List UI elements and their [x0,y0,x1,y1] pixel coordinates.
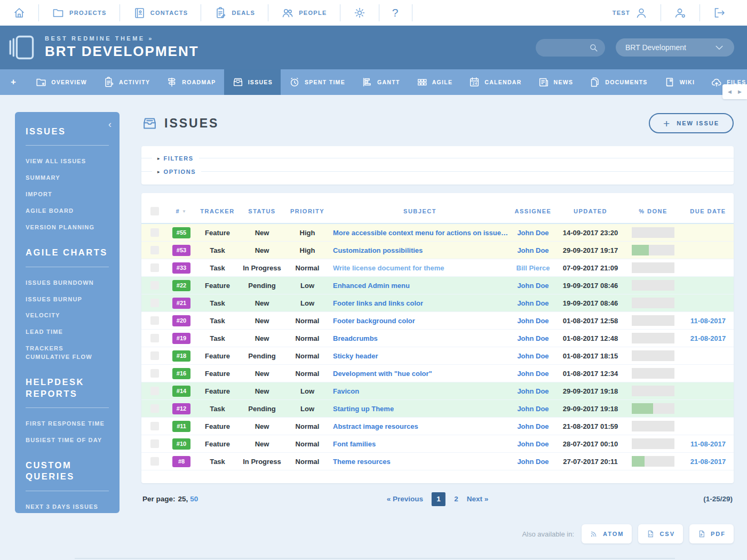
nav-tab-roadmap[interactable]: ROADMAP [158,69,224,95]
help-button[interactable]: ? [379,0,412,26]
column-header-id[interactable]: #▼ [168,208,195,214]
filters-toggle[interactable]: ▸FILTERS [141,152,734,164]
table-row[interactable]: #12 Task Pending Low Starting up Theme J… [141,400,734,418]
table-row[interactable]: #10 Feature New Normal Font families Joh… [141,435,734,453]
current-user-button[interactable]: TEST [600,0,661,26]
issue-id-badge[interactable]: #14 [172,386,190,397]
search-box[interactable] [536,39,605,57]
issue-id-badge[interactable]: #21 [172,298,190,309]
issue-id-badge[interactable]: #16 [172,368,190,379]
subject-link[interactable]: Theme resources [333,458,391,466]
settings-button[interactable] [340,0,379,26]
assignee-link[interactable]: John Doe [517,246,549,254]
row-checkbox[interactable] [150,404,159,413]
nav-add-tab-button[interactable]: + [0,69,27,95]
column-header-tracker[interactable]: TRACKER [195,208,240,214]
sidebar-item[interactable]: IMPORT [26,190,109,199]
column-header-status[interactable]: STATUS [240,208,284,214]
row-checkbox[interactable] [150,457,159,466]
issue-id-badge[interactable]: #22 [172,280,190,291]
select-all-checkbox[interactable] [150,207,159,215]
issue-id-badge[interactable]: #10 [172,438,190,450]
sidebar-item[interactable]: SUMMARY [26,174,109,182]
row-checkbox[interactable] [150,351,159,360]
assignee-link[interactable]: John Doe [517,370,549,378]
assignee-link[interactable]: John Doe [517,352,549,360]
scroll-right-icon[interactable]: ▶ [738,89,742,94]
sidebar-collapse-icon[interactable]: ‹ [108,119,112,129]
table-row[interactable]: #19 Task New Normal Breadcrumbs John Doe… [141,330,734,347]
column-header-assignee[interactable]: ASSIGNEE [509,208,557,214]
column-header-updated[interactable]: UPDATED [557,208,624,214]
assignee-link[interactable]: John Doe [517,422,549,430]
nav-tab-gantt[interactable]: GANTT [353,69,408,95]
issue-id-badge[interactable]: #12 [172,403,190,414]
assignee-link[interactable]: John Doe [517,282,549,290]
scroll-left-icon[interactable]: ◀ [728,89,732,94]
assignee-link[interactable]: John Doe [517,299,549,307]
column-header-priority[interactable]: PRIORITY [284,208,331,214]
table-row[interactable]: #18 Feature Pending Normal Sticky header… [141,347,734,365]
row-checkbox[interactable] [150,422,159,430]
my-account-button[interactable] [661,0,700,26]
issue-id-badge[interactable]: #20 [172,315,190,326]
sidebar-item[interactable]: NEXT 3 DAYS ISSUES [26,503,109,511]
row-checkbox[interactable] [150,316,159,325]
sidebar-item[interactable]: AGILE BOARD [26,207,109,215]
nav-tab-agile[interactable]: AGILE [408,69,461,95]
issue-id-badge[interactable]: #8 [172,456,190,467]
contacts-button[interactable]: CONTACTS [120,0,201,26]
row-checkbox[interactable] [150,334,159,342]
page-number-1[interactable]: 1 [432,492,446,506]
assignee-link[interactable]: John Doe [517,229,549,237]
deals-button[interactable]: DEALS [201,0,268,26]
issue-id-badge[interactable]: #18 [172,350,190,362]
table-row[interactable]: #20 Task New Normal Footer background co… [141,312,734,330]
sidebar-item[interactable]: ISSUES BURNDOWN [26,279,109,287]
row-checkbox[interactable] [150,228,159,237]
sidebar-item[interactable]: VIEW ALL ISSUES [26,157,109,166]
issue-id-badge[interactable]: #55 [172,227,190,238]
sidebar-item[interactable]: LEAD TIME [26,328,109,337]
people-button[interactable]: PEOPLE [268,0,339,26]
subject-link[interactable]: Starting up Theme [333,405,394,413]
nav-tab-spent-time[interactable]: SPENT TIME [281,69,353,95]
issue-id-badge[interactable]: #11 [172,421,190,432]
assignee-link[interactable]: John Doe [517,405,549,413]
issue-id-badge[interactable]: #33 [172,262,190,274]
row-checkbox[interactable] [150,439,159,448]
nav-tab-issues[interactable]: ISSUES [224,69,281,95]
nav-tab-news[interactable]: NEWS [530,69,582,95]
sidebar-item[interactable]: TRACKERS CUMULATIVE FLOW [26,345,109,362]
sidebar-item[interactable]: VELOCITY [26,311,109,320]
column-header-due-date[interactable]: DUE DATE [682,208,734,214]
search-input[interactable] [542,43,589,52]
project-selector[interactable]: BRT Development [616,38,734,57]
subject-link[interactable]: Enhanced Admin menu [333,282,410,290]
nav-tab-wiki[interactable]: WIKI [656,69,703,95]
column-header-done[interactable]: % DONE [624,208,682,214]
table-row[interactable]: #14 Feature New Low Favicon John Doe 29-… [141,382,734,400]
nav-tab-overview[interactable]: OVERVIEW [27,69,95,95]
logout-button[interactable] [700,0,738,26]
home-button[interactable] [0,0,38,26]
sidebar-item[interactable]: ISSUES BURNUP [26,295,109,304]
subject-link[interactable]: Font families [333,440,376,448]
subject-link[interactable]: Sticky header [333,352,378,360]
assignee-link[interactable]: John Doe [517,387,549,395]
row-checkbox[interactable] [150,281,159,290]
row-checkbox[interactable] [150,387,159,395]
export-csv-button[interactable]: CSV [638,524,683,543]
next-page-link[interactable]: Next » [467,495,489,503]
table-row[interactable]: #22 Feature Pending Low Enhanced Admin m… [141,277,734,294]
due-date-link[interactable]: 11-08-2017 [690,317,726,325]
sidebar-item[interactable]: BUSIEST TIME OF DAY [26,436,109,445]
column-header-subject[interactable]: SUBJECT [331,208,509,214]
issue-id-badge[interactable]: #53 [172,245,190,256]
due-date-link[interactable]: 21-08-2017 [690,334,726,342]
table-row[interactable]: #8 Task In Progress Normal Theme resourc… [141,453,734,470]
subject-link[interactable]: Footer background color [333,317,415,325]
subject-link[interactable]: Customization possibilities [333,246,423,254]
table-row[interactable]: #21 Task New Low Footer links and links … [141,294,734,312]
table-row[interactable]: #11 Feature New Normal Abstract image re… [141,418,734,435]
